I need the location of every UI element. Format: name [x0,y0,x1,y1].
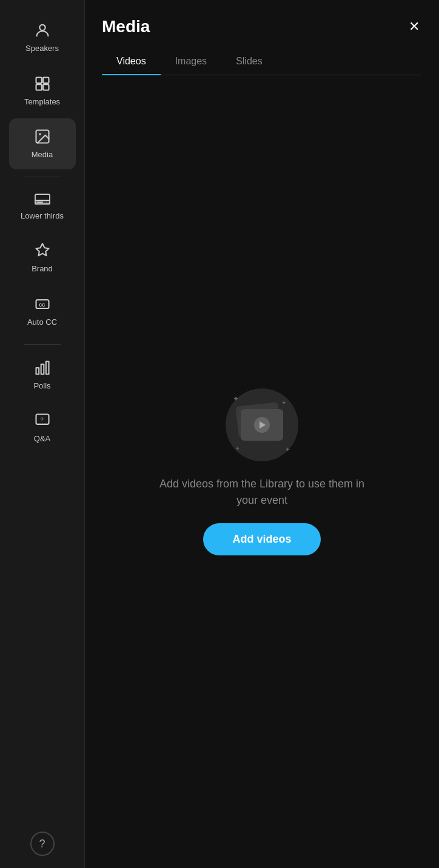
page-title: Media [102,17,150,36]
qa-icon: ? [34,412,51,429]
tab-videos[interactable]: Videos [102,49,161,75]
tab-slides[interactable]: Slides [221,49,277,75]
image-icon [34,128,51,145]
svg-text:CC: CC [39,302,45,307]
play-button-icon [254,417,270,433]
help-button[interactable]: ? [30,832,55,856]
video-card-front [241,409,283,441]
sidebar-item-qa-label: Q&A [34,434,50,444]
sidebar-item-auto-cc-label: Auto CC [27,317,57,327]
tabs-bar: Videos Images Slides [102,49,422,75]
sidebar-divider-1 [24,177,61,177]
sidebar-item-templates-label: Templates [24,97,60,107]
svg-rect-4 [43,84,49,90]
play-triangle-icon [260,421,266,429]
sidebar: Speakers Templates Media Lower thirds [0,0,85,868]
empty-icon-container: ✦ ✦ [226,388,298,461]
tab-images[interactable]: Images [161,49,221,75]
svg-rect-14 [45,361,49,374]
video-stack-icon [241,409,283,441]
sidebar-bottom: ? [30,832,55,856]
cc-icon: CC [34,296,51,313]
sidebar-item-polls-label: Polls [33,381,50,391]
svg-point-0 [39,25,45,30]
grid-icon [34,75,51,92]
brand-icon [34,242,51,259]
sparkle-top-right-icon: ✦ [281,399,286,406]
empty-state: ✦ ✦ Add videos from the Library to use t… [85,75,439,868]
sidebar-item-lower-thirds-label: Lower thirds [21,211,64,221]
help-icon: ? [39,838,45,850]
main-header: Media ✕ [85,0,439,49]
sidebar-item-media-label: Media [32,150,53,160]
lower-third-icon [34,192,51,206]
sidebar-divider-2 [24,344,61,345]
sidebar-item-qa[interactable]: ? Q&A [9,402,76,453]
svg-text:?: ? [40,416,43,422]
svg-rect-2 [43,77,49,83]
svg-rect-1 [36,77,41,83]
sparkle-bottom-left-icon: ✦ [235,446,240,452]
bar-chart-icon [34,359,51,376]
add-videos-button[interactable]: Add videos [203,523,320,555]
sidebar-item-media[interactable]: Media [9,118,76,169]
empty-description: Add videos from the Library to use them … [159,476,365,509]
svg-rect-3 [36,84,41,90]
sidebar-item-speakers[interactable]: Speakers [9,12,76,63]
svg-rect-13 [41,364,44,374]
main-panel: Media ✕ Videos Images Slides ✦ ✦ Add vid… [85,0,439,868]
sidebar-item-lower-thirds[interactable]: Lower thirds [9,182,76,231]
sidebar-item-speakers-label: Speakers [25,44,59,53]
close-button[interactable]: ✕ [406,18,422,36]
person-icon [34,22,51,39]
sidebar-item-auto-cc[interactable]: CC Auto CC [9,286,76,337]
svg-point-6 [39,133,41,135]
svg-rect-12 [36,368,39,375]
sidebar-item-brand-label: Brand [32,264,53,274]
sidebar-item-brand[interactable]: Brand [9,232,76,283]
sidebar-item-templates[interactable]: Templates [9,66,76,117]
sidebar-item-polls[interactable]: Polls [9,350,76,401]
